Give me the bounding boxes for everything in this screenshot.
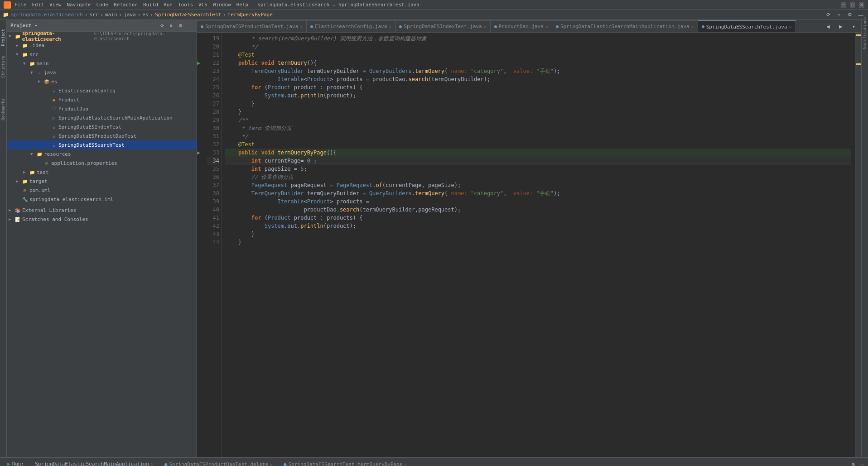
tree-resources[interactable]: ▼ 📁 resources [7, 149, 197, 159]
run-tab-termquery[interactable]: ● SpringDataESSearchTest.termQueryByPage… [278, 458, 412, 466]
run-icon-22[interactable]: ▶ [197, 60, 200, 66]
tab-mainapp[interactable]: SpringDataElasticSearchMainApplication.j… [552, 20, 698, 32]
tree-es[interactable]: ▼ 📦 es [7, 77, 197, 86]
gutter-22[interactable]: ▶ [197, 59, 207, 67]
tab-scroll-right[interactable]: ▶ [835, 20, 847, 32]
tree-pomxml[interactable]: ▶ ⊞ pom.xml [7, 186, 197, 195]
menu-vcs[interactable]: VCS [198, 2, 207, 8]
notifications-icon[interactable]: Notifications [863, 22, 867, 49]
tree-java[interactable]: ▼ ☕ java [7, 68, 197, 77]
tree-elasticsearchconfig[interactable]: ▶ ☕ ElasticsearchConfig [7, 86, 197, 95]
close-button[interactable]: ✕ [859, 2, 864, 8]
tree-indextest[interactable]: ▶ ☕ SpringDataESIndexTest [7, 122, 197, 131]
tab-close-5[interactable]: ✕ [789, 24, 792, 29]
gutter-33[interactable]: ▶ [197, 149, 207, 157]
tree-test[interactable]: ▶ 📁 test [7, 168, 197, 177]
tab-scroll-left[interactable]: ◀ [822, 20, 834, 32]
tree-main[interactable]: ▼ 📁 main [7, 59, 197, 68]
minimize-button[interactable]: ─ [841, 2, 846, 8]
tab-dropdown[interactable]: ▾ [848, 20, 859, 32]
menu-help[interactable]: Help [236, 2, 249, 8]
gutter-28 [197, 108, 207, 116]
tab-close-4[interactable]: ✕ [691, 24, 694, 29]
tab-bar: SpringDataESProductDaoTest.java ✕ Elasti… [197, 20, 861, 33]
menu-run[interactable]: Run [164, 2, 173, 8]
tree-idea[interactable]: ▶ 📁 .idea [7, 41, 197, 50]
breadcrumb-part-0[interactable]: springdata-elasticsearch [11, 12, 83, 18]
code-line-43: } [225, 230, 851, 238]
tab-productdao[interactable]: ProductDao.java ✕ [491, 20, 552, 32]
tab-label-3: ProductDao.java [499, 24, 544, 29]
menu-tools[interactable]: Tools [178, 2, 193, 8]
breadcrumb-part-4[interactable]: es [142, 12, 148, 18]
editor-area: SpringDataESProductDaoTest.java ✕ Elasti… [197, 20, 861, 457]
maximize-button[interactable]: □ [850, 2, 855, 8]
menu-navigate[interactable]: Navigate [67, 2, 91, 8]
tree-mainapp[interactable]: ▶ ▷ SpringDataElasticSearchMainApplicati… [7, 113, 197, 122]
run-tab-delete[interactable]: ● SpringDataESProductDaoTest.delete ✕ [159, 458, 278, 466]
code-line-32: @Test [225, 140, 851, 149]
tree-productdao[interactable]: ▶ 〈〉 ProductDao [7, 104, 197, 113]
run-close-btn[interactable]: — [858, 461, 866, 466]
tree-root[interactable]: ▼ 📁 springdata-elasticsearch E:\IDEAProj… [7, 32, 197, 41]
menu-code[interactable]: Code [96, 2, 108, 8]
run-icon-33[interactable]: ▶ [197, 149, 200, 156]
run-tab-run[interactable]: ▶ Run: [2, 458, 29, 466]
breadcrumb-part-1[interactable]: src [90, 12, 99, 18]
tab-productdaotest[interactable]: SpringDataESProductDaoTest.java ✕ [197, 20, 307, 32]
project-sort-btn[interactable]: ≡ [168, 22, 175, 29]
tree-external-libs[interactable]: ▶ 📚 External Libraries [7, 206, 197, 215]
code-line-29: /** [225, 116, 851, 124]
bookmarks-tab-vertical[interactable]: Bookmarks [1, 98, 5, 120]
tab-elasticsearchconfig[interactable]: ElasticsearchConfig.java ✕ [307, 20, 395, 32]
editor-scrollbar[interactable] [855, 33, 861, 457]
sync-button[interactable]: ⟳ [824, 10, 833, 19]
tree-searchtest[interactable]: ▶ ☕ SpringDataESSearchTest [7, 140, 197, 149]
tab-close-1[interactable]: ✕ [389, 24, 391, 29]
sort-button[interactable]: ≡ [834, 10, 844, 19]
menu-edit[interactable]: Edit [32, 2, 44, 8]
tab-indextest[interactable]: SpringDataESIndexTest.java ✕ [395, 20, 490, 32]
run-gutter: ▶ ▶ [197, 33, 207, 457]
tree-product[interactable]: ▶ ◆ Product [7, 95, 197, 104]
gutter-30 [197, 124, 207, 132]
menu-file[interactable]: File [14, 2, 27, 8]
code-line-22: public void termQuery(){ [225, 59, 851, 67]
menu-window[interactable]: Window [213, 2, 231, 8]
run-settings-btn[interactable]: ⚙ [849, 461, 857, 466]
tree-productdaotest[interactable]: ▶ ☕ SpringDataESProductDaoTest [7, 131, 197, 140]
run-tab-main-close[interactable]: ✕ [151, 461, 154, 466]
tree-appprops[interactable]: ▶ ⚙ application.properties [7, 159, 197, 168]
project-sync-btn[interactable]: ⟳ [159, 22, 166, 29]
tree-scratches[interactable]: ▶ 📝 Scratches and Consoles [7, 215, 197, 224]
project-collapse-btn[interactable]: — [186, 22, 193, 29]
tab-close-2[interactable]: ✕ [484, 24, 487, 29]
tab-searchtest-active[interactable]: SpringDataESSearchTest.java ✕ [698, 20, 796, 32]
tree-src[interactable]: ▼ 📁 src [7, 50, 197, 59]
tab-dot-2 [399, 25, 402, 28]
code-line-25: for (Product product : products) { [225, 83, 851, 91]
structure-tab-vertical[interactable]: Structure [1, 55, 5, 78]
settings-button[interactable]: ⚙ [845, 10, 854, 19]
menu-build[interactable]: Build [143, 2, 158, 8]
code-content[interactable]: * search(termQueryBuilder) 调用搜索方法，参数查询构建… [222, 33, 855, 457]
linenum-32: 32 [207, 140, 219, 149]
tree-iml[interactable]: ▶ 🔧 springdata-elasticsearch.iml [7, 195, 197, 204]
gutter-21 [197, 51, 207, 59]
menu-view[interactable]: View [49, 2, 62, 8]
linenum-21: 21 [207, 51, 219, 59]
breadcrumb-part-2[interactable]: main [105, 12, 117, 18]
menu-refactor[interactable]: Refactor [114, 2, 138, 8]
gutter-27 [197, 100, 207, 108]
breadcrumb-part-5[interactable]: SpringDataESSearchTest [155, 12, 221, 18]
project-tab-vertical[interactable]: Project [1, 24, 5, 46]
tree-target[interactable]: ▶ 📁 target [7, 177, 197, 186]
project-gear-btn[interactable]: ⚙ [177, 22, 184, 29]
breadcrumb-part-6[interactable]: termQueryByPage [228, 12, 273, 18]
tab-close-3[interactable]: ✕ [545, 24, 548, 29]
run-tab-main[interactable]: SpringDataElasticSearchMainApplication ✕ [29, 458, 159, 466]
run-tab-delete-close[interactable]: ✕ [270, 462, 273, 466]
tab-close-0[interactable]: ✕ [300, 24, 303, 29]
breadcrumb-part-3[interactable]: java [124, 12, 136, 18]
run-tab-termquery-close[interactable]: ✕ [404, 462, 407, 466]
